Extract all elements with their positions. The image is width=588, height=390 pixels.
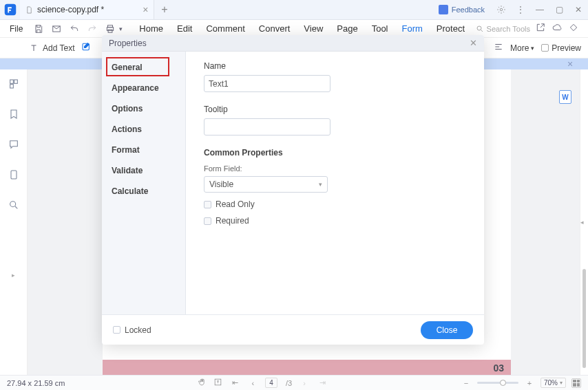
search-panel-icon[interactable] xyxy=(6,197,21,213)
form-field-label: Form Field: xyxy=(204,164,466,173)
right-sidebar: ◂ xyxy=(580,69,588,375)
text-select-icon[interactable] xyxy=(213,378,222,388)
tab-options[interactable]: Options xyxy=(102,98,185,119)
chevron-down-icon: ▾ xyxy=(319,181,322,188)
nav-first-icon[interactable]: ⇤ xyxy=(229,378,240,387)
search-placeholder: Search Tools xyxy=(487,25,530,33)
tab-appearance[interactable]: Appearance xyxy=(102,78,185,98)
add-text-button[interactable]: Add Text xyxy=(29,43,74,53)
window-close[interactable]: ✕ xyxy=(569,0,588,19)
menu-form[interactable]: Form xyxy=(402,21,423,36)
share-icon[interactable] xyxy=(536,23,545,34)
print-icon[interactable] xyxy=(103,21,118,36)
tab-label: science-copy.pdf * xyxy=(37,5,104,14)
menu-home[interactable]: Home xyxy=(139,21,163,36)
close-button[interactable]: Close xyxy=(421,321,473,339)
readonly-checkbox[interactable]: Read Only xyxy=(204,199,466,209)
zoom-out-icon[interactable]: − xyxy=(461,379,472,387)
form-field-value: Visible xyxy=(209,180,233,189)
menu-edit[interactable]: Edit xyxy=(177,21,192,36)
expand-sidebar-handle[interactable]: ▸ xyxy=(12,272,15,279)
file-menu[interactable]: File xyxy=(4,24,28,34)
chevron-down-icon: ▾ xyxy=(531,45,534,52)
zoom-select[interactable]: 70% ▾ xyxy=(540,378,566,388)
thumbnails-icon[interactable] xyxy=(6,76,21,91)
zoom-thumb[interactable] xyxy=(500,380,506,386)
menu-comment[interactable]: Comment xyxy=(206,21,244,36)
name-label: Name xyxy=(204,61,466,71)
redo-icon[interactable] xyxy=(85,21,100,36)
undo-icon[interactable] xyxy=(67,21,82,36)
tab-close-button[interactable]: × xyxy=(143,4,148,15)
zoom-value: 70% xyxy=(544,379,558,387)
common-properties-title: Common Properties xyxy=(204,148,466,158)
nav-prev-icon[interactable]: ‹ xyxy=(247,379,258,387)
menu-tool[interactable]: Tool xyxy=(372,21,388,36)
zoom-slider[interactable] xyxy=(477,382,518,384)
menu-view[interactable]: View xyxy=(304,21,323,36)
attachment-icon[interactable] xyxy=(6,167,21,182)
modal-close-icon[interactable]: ✕ xyxy=(470,38,477,48)
locked-label: Locked xyxy=(125,325,151,335)
tab-general[interactable]: General xyxy=(102,57,185,78)
tab-actions[interactable]: Actions xyxy=(102,119,185,140)
checkbox-icon xyxy=(204,201,211,208)
cloud-icon[interactable] xyxy=(552,23,562,34)
view-mode-icon[interactable] xyxy=(571,378,581,388)
svg-point-1 xyxy=(500,8,503,11)
help-icon[interactable] xyxy=(569,23,578,34)
hand-tool-icon[interactable] xyxy=(198,378,207,388)
dimensions-label: 27.94 x 21.59 cm xyxy=(7,379,65,387)
dropdown-caret[interactable]: ▾ xyxy=(119,25,123,32)
more-button[interactable]: More ▾ xyxy=(510,43,534,53)
svg-rect-5 xyxy=(108,30,112,32)
text-icon xyxy=(29,43,39,53)
align-icon[interactable] xyxy=(494,42,503,54)
collapse-right-handle[interactable]: ◂ xyxy=(580,219,584,226)
svg-rect-11 xyxy=(11,171,17,179)
required-checkbox[interactable]: Required xyxy=(204,216,466,226)
menu-convert[interactable]: Convert xyxy=(259,21,291,36)
menu-protect[interactable]: Protect xyxy=(437,21,465,36)
feedback-button[interactable]: Feedback xyxy=(432,5,492,14)
svg-rect-10 xyxy=(10,85,13,88)
document-tab[interactable]: science-copy.pdf * × xyxy=(20,0,154,19)
app-logo[interactable] xyxy=(0,0,20,20)
search-icon xyxy=(476,25,484,33)
info-strip-close[interactable]: × xyxy=(565,58,576,69)
nav-last-icon[interactable]: ⇥ xyxy=(317,378,328,387)
save-icon[interactable] xyxy=(31,21,46,36)
preview-checkbox[interactable]: Preview xyxy=(541,43,581,53)
menu-page[interactable]: Page xyxy=(337,21,357,36)
titlebar: science-copy.pdf * × + Feedback ⋮ — ▢ ✕ xyxy=(0,0,588,20)
feedback-label: Feedback xyxy=(452,6,485,14)
settings-icon[interactable] xyxy=(492,0,511,19)
form-field-select[interactable]: Visible ▾ xyxy=(204,176,328,193)
modal-tabs: General Appearance Options Actions Forma… xyxy=(102,52,186,314)
tooltip-label: Tooltip xyxy=(204,105,466,114)
locked-checkbox[interactable]: Locked xyxy=(113,325,151,335)
comment-icon[interactable] xyxy=(6,137,21,152)
add-tab-button[interactable]: + xyxy=(154,3,174,16)
tooltip-input[interactable] xyxy=(204,118,330,136)
edit-field-icon[interactable] xyxy=(81,41,92,54)
mail-icon[interactable] xyxy=(49,21,64,36)
checkbox-icon xyxy=(204,217,211,225)
zoom-in-icon[interactable]: + xyxy=(524,379,535,387)
tab-calculate[interactable]: Calculate xyxy=(102,181,185,202)
nav-next-icon[interactable]: › xyxy=(299,379,310,387)
search-tools-input[interactable]: Search Tools xyxy=(473,23,533,34)
word-export-icon[interactable]: W xyxy=(559,90,571,104)
window-maximize[interactable]: ▢ xyxy=(549,0,569,19)
svg-point-6 xyxy=(477,26,481,30)
page-current-input[interactable]: 4 xyxy=(265,378,277,388)
statusbar: 27.94 x 21.59 cm ⇤ ‹ 4 /3 › ⇥ − + 70% ▾ xyxy=(0,375,588,390)
tab-format[interactable]: Format xyxy=(102,140,185,160)
left-sidebar: ▸ xyxy=(0,69,28,375)
scrollbar-thumb[interactable] xyxy=(582,269,586,368)
window-minimize[interactable]: — xyxy=(530,0,549,19)
name-input[interactable] xyxy=(204,75,330,92)
tab-validate[interactable]: Validate xyxy=(102,160,185,181)
bookmark-icon[interactable] xyxy=(6,107,21,122)
more-icon[interactable]: ⋮ xyxy=(511,0,530,19)
